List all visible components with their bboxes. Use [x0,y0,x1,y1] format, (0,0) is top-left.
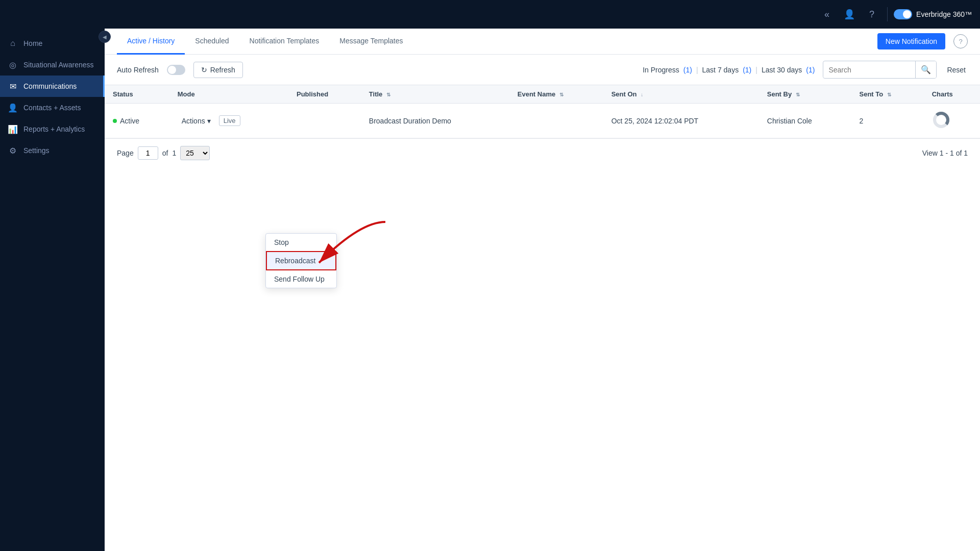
refresh-button[interactable]: ↻ Refresh [193,62,243,78]
event-name-sort-icon[interactable]: ⇅ [559,92,564,97]
cell-title: Broadcast Duration Demo [361,104,509,138]
dropdown-item-rebroadcast[interactable]: Rebroadcast [266,251,336,270]
sidebar: everbridge ◀ ⌂ Home ◎ Situational Awaren… [0,0,105,551]
cell-event-name [509,104,603,138]
col-title: Title ⇅ [361,85,509,104]
search-box: 🔍 [823,61,937,79]
auto-refresh-label: Auto Refresh [117,66,159,74]
toggle-label: Everbridge 360™ [916,10,972,18]
in-progress-count[interactable]: (1) [683,66,692,74]
help-icon[interactable]: ? [863,5,881,23]
tabs-right: New Notification ? [877,33,968,49]
page-help-icon[interactable]: ? [953,34,968,48]
last-7-days-label: Last 7 days [702,66,739,74]
table-container: Status Mode Published Title ⇅ Event Name… [105,85,980,138]
donut-chart [932,111,950,129]
tab-active-history[interactable]: Active / History [117,29,185,55]
col-sent-on: Sent On ↓ [603,85,759,104]
everbridge-toggle[interactable]: Everbridge 360™ [894,9,972,19]
status-label: Active [120,117,139,125]
sidebar-item-communications[interactable]: ✉ Communications [0,76,105,97]
col-event-name: Event Name ⇅ [509,85,603,104]
table-body: Active Actions ▾ Live [105,104,980,138]
pagination: Page of 1 25 50 100 View 1 - 1 of 1 [105,138,980,167]
tab-message-templates[interactable]: Message Templates [329,29,413,55]
reports-icon: 📊 [8,124,17,134]
page-label: Page [117,149,134,157]
page-controls: Page of 1 25 50 100 [117,146,210,160]
last-7-days-count[interactable]: (1) [743,66,751,74]
topbar-divider [887,7,888,21]
sidebar-nav: ⌂ Home ◎ Situational Awareness ✉ Communi… [0,29,105,551]
cell-sent-on: Oct 25, 2024 12:02:04 PDT [603,104,759,138]
content-area: Status Mode Published Title ⇅ Event Name… [105,85,980,167]
col-charts: Charts [924,85,980,104]
col-mode: Mode [169,85,288,104]
refresh-icon: ↻ [201,66,207,74]
tabs-left: Active / History Scheduled Notification … [117,29,413,54]
sidebar-item-label: Communications [23,82,77,90]
cell-sent-by: Christian Cole [759,104,851,138]
sidebar-item-label: Contacts + Assets [23,104,81,112]
sidebar-item-situational-awareness[interactable]: ◎ Situational Awareness [0,54,105,76]
cell-published [288,104,361,138]
home-icon: ⌂ [8,39,17,48]
main-content: Active / History Scheduled Notification … [105,29,980,551]
title-sort-icon[interactable]: ⇅ [386,92,390,97]
table-row: Active Actions ▾ Live [105,104,980,138]
toolbar: Auto Refresh ↻ Refresh In Progress (1) |… [105,55,980,85]
col-sent-to: Sent To ⇅ [851,85,924,104]
search-button[interactable]: 🔍 [915,61,936,78]
sidebar-item-home[interactable]: ⌂ Home [0,33,105,54]
sidebar-item-label: Home [23,39,42,47]
cell-actions-mode: Actions ▾ Live [169,104,288,138]
status-dot-active [113,119,117,123]
of-label: of [162,149,168,157]
search-input[interactable] [823,62,915,78]
last-30-days-label: Last 30 days [762,66,802,74]
communications-icon: ✉ [8,82,17,91]
page-input[interactable] [138,146,158,160]
actions-chevron-icon: ▾ [207,117,211,125]
topbar: « 👤 ? Everbridge 360™ [0,0,980,29]
sidebar-collapse-button[interactable]: ◀ [99,31,111,43]
sidebar-item-reports-analytics[interactable]: 📊 Reports + Analytics [0,118,105,140]
view-range-label: View 1 - 1 of 1 [922,149,968,157]
toggle-switch[interactable] [894,9,912,19]
collapse-icon[interactable]: « [818,5,836,23]
reset-button[interactable]: Reset [945,62,968,78]
per-page-select[interactable]: 25 50 100 [180,146,210,160]
dropdown-item-stop[interactable]: Stop [266,234,336,251]
user-icon[interactable]: 👤 [840,5,859,23]
col-sent-by: Sent By ⇅ [759,85,851,104]
tab-scheduled[interactable]: Scheduled [185,29,239,55]
sidebar-item-label: Reports + Analytics [23,125,85,133]
actions-dropdown-menu: Stop Rebroadcast Send Follow Up [265,233,337,288]
notifications-table: Status Mode Published Title ⇅ Event Name… [105,85,980,138]
col-status: Status [105,85,169,104]
tabs-bar: Active / History Scheduled Notification … [105,29,980,55]
sidebar-item-label: Situational Awareness [23,61,94,69]
col-published: Published [288,85,361,104]
last-30-days-count[interactable]: (1) [806,66,815,74]
refresh-label: Refresh [210,66,235,74]
new-notification-button[interactable]: New Notification [877,33,945,49]
auto-refresh-toggle[interactable] [167,65,185,75]
mode-badge: Live [219,115,240,126]
dropdown-item-send-follow-up[interactable]: Send Follow Up [266,270,336,288]
situational-awareness-icon: ◎ [8,60,17,69]
sidebar-item-settings[interactable]: ⚙ Settings [0,140,105,161]
tab-notification-templates[interactable]: Notification Templates [239,29,330,55]
sent-by-sort-icon[interactable]: ⇅ [796,92,800,97]
in-progress-label: In Progress [643,66,679,74]
sent-on-sort-icon[interactable]: ↓ [641,92,643,97]
sent-to-sort-icon[interactable]: ⇅ [887,92,891,97]
contacts-icon: 👤 [8,103,17,112]
sidebar-item-contacts-assets[interactable]: 👤 Contacts + Assets [0,97,105,118]
table-header: Status Mode Published Title ⇅ Event Name… [105,85,980,104]
actions-label: Actions [182,117,205,125]
settings-icon: ⚙ [8,146,17,155]
total-pages: 1 [172,149,176,157]
cell-sent-to: 2 [851,104,924,138]
actions-button[interactable]: Actions ▾ [178,115,215,127]
